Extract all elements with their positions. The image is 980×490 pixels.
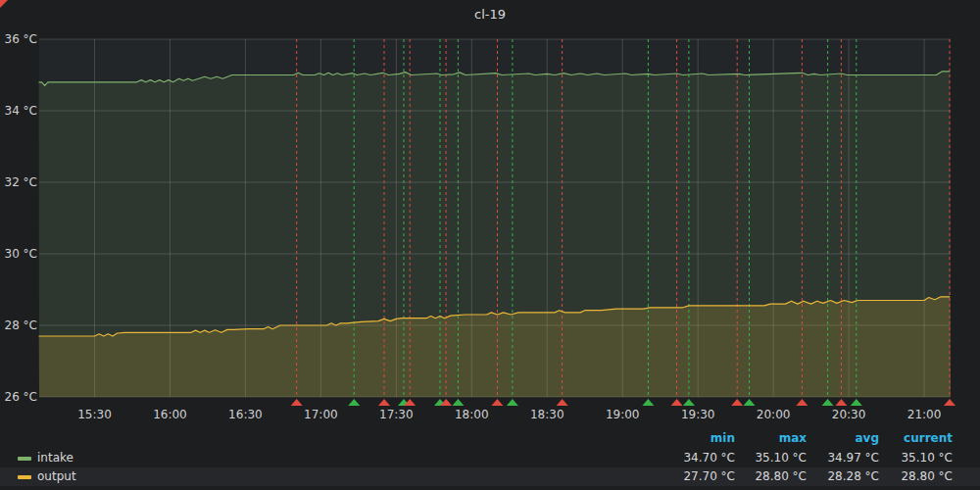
annotation-marker-ok-icon[interactable] bbox=[822, 399, 834, 406]
annotation-marker-alerting-icon[interactable] bbox=[557, 399, 568, 406]
annotation-marker-ok-icon[interactable] bbox=[744, 399, 756, 406]
x-axis-label: 16:00 bbox=[146, 408, 193, 421]
y-axis-label: 30 °C bbox=[0, 247, 37, 261]
graph-panel: cl-19 36 °C34 °C32 °C30 °C28 °C26 °C 15:… bbox=[0, 0, 980, 490]
annotation-marker-alerting-icon[interactable] bbox=[731, 399, 743, 406]
annotation-marker-alerting-icon[interactable] bbox=[944, 399, 956, 406]
legend-series-label-output[interactable]: output bbox=[37, 469, 76, 483]
x-axis-label: 19:00 bbox=[599, 408, 646, 421]
annotation-marker-ok-icon[interactable] bbox=[452, 399, 464, 406]
x-axis-label: 20:00 bbox=[750, 408, 797, 421]
x-axis-label: 18:30 bbox=[523, 408, 570, 421]
legend-row-output: output 27.70 °C 28.80 °C 28.28 °C 28.80 … bbox=[0, 467, 980, 486]
annotation-marker-alerting-icon[interactable] bbox=[671, 399, 683, 406]
annotation-marker-alerting-icon[interactable] bbox=[835, 399, 847, 406]
annotation-marker-alerting-icon[interactable] bbox=[378, 399, 390, 406]
legend-col-current[interactable]: current bbox=[864, 431, 953, 445]
output-current-value: 28.80 °C bbox=[864, 469, 953, 483]
x-axis-label: 21:00 bbox=[901, 408, 948, 421]
x-axis-label: 19:30 bbox=[674, 408, 721, 421]
legend-header: min max avg current bbox=[0, 431, 980, 448]
annotation-marker-ok-icon[interactable] bbox=[642, 399, 654, 406]
y-axis-label: 26 °C bbox=[0, 390, 37, 404]
annotation-marker-ok-icon[interactable] bbox=[348, 399, 360, 406]
y-axis-label: 36 °C bbox=[0, 32, 37, 46]
output-series-swatch-icon[interactable] bbox=[18, 475, 31, 479]
y-axis-label: 28 °C bbox=[0, 318, 37, 332]
x-axis-label: 18:00 bbox=[448, 408, 495, 421]
annotation-marker-ok-icon[interactable] bbox=[507, 399, 518, 406]
legend-row-intake: intake 34.70 °C 35.10 °C 34.97 °C 35.10 … bbox=[0, 449, 980, 467]
x-axis-label: 16:30 bbox=[221, 408, 269, 421]
intake-series-swatch-icon[interactable] bbox=[18, 457, 31, 461]
x-axis-label: 20:30 bbox=[825, 408, 872, 421]
annotation-marker-alerting-icon[interactable] bbox=[291, 399, 303, 406]
x-axis-label: 17:00 bbox=[297, 408, 344, 421]
annotation-marker-ok-icon[interactable] bbox=[683, 399, 695, 406]
annotation-marker-ok-icon[interactable] bbox=[851, 399, 862, 406]
x-axis-label: 17:30 bbox=[372, 408, 419, 421]
intake-current-value: 35.10 °C bbox=[864, 451, 953, 465]
y-axis-label: 32 °C bbox=[0, 175, 37, 189]
y-axis-label: 34 °C bbox=[0, 104, 37, 118]
legend-series-label-intake[interactable]: intake bbox=[37, 451, 74, 465]
annotation-marker-alerting-icon[interactable] bbox=[491, 399, 503, 406]
x-axis-label: 15:30 bbox=[71, 408, 118, 421]
annotation-marker-alerting-icon[interactable] bbox=[796, 399, 808, 406]
